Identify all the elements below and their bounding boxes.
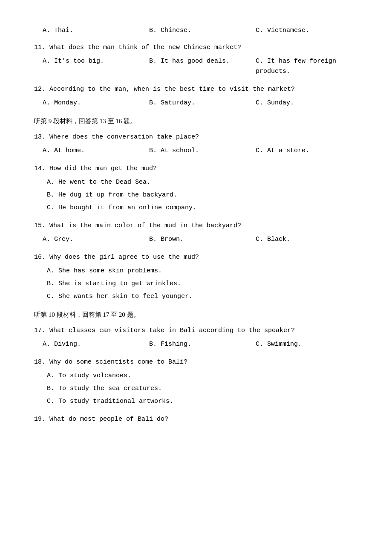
q17-option-c: C. Swimming. <box>256 339 362 350</box>
q17-option-a: A. Diving. <box>43 339 149 350</box>
q13-option-c: C. At a store. <box>256 146 362 156</box>
q17-option-b: B. Fishing. <box>149 339 256 350</box>
q16-option-a: A. She has some skin problems. <box>34 266 362 276</box>
top-option-b: B. Chinese. <box>149 26 256 36</box>
q12-options: A. Monday. B. Saturday. C. Sunday. <box>34 98 362 108</box>
q15-option-b: B. Brown. <box>149 234 256 245</box>
q17-options: A. Diving. B. Fishing. C. Swimming. <box>34 339 362 350</box>
q19-text: 19. What do most people of Bali do? <box>34 414 362 425</box>
q15-option-a: A. Grey. <box>43 234 149 245</box>
q12-option-b: B. Saturday. <box>149 98 256 108</box>
q18-option-a: A. To study volcanoes. <box>34 371 362 381</box>
q11-option-c: C. It has few foreign products. <box>256 56 362 77</box>
question-18: 18. Why do some scientists come to Bali?… <box>34 357 362 407</box>
q13-options: A. At home. B. At school. C. At a store. <box>34 146 362 156</box>
question-16: 16. Why does the girl agree to use the m… <box>34 252 362 302</box>
question-17: 17. What classes can visitors take in Ba… <box>34 326 362 350</box>
section-2-header: 听第 9 段材料，回答第 13 至 16 题。 <box>34 116 362 126</box>
top-option-c: C. Vietnamese. <box>256 26 362 36</box>
q14-option-b: B. He dug it up from the backyard. <box>34 190 362 200</box>
top-option-a: A. Thai. <box>43 26 149 36</box>
q15-options: A. Grey. B. Brown. C. Black. <box>34 234 362 245</box>
section-3-header: 听第 10 段材料，回答第 17 至 20 题。 <box>34 309 362 320</box>
top-options-row: A. Thai. B. Chinese. C. Vietnamese. <box>34 26 362 36</box>
q12-option-c: C. Sunday. <box>256 98 362 108</box>
question-13: 13. Where does the conversation take pla… <box>34 132 362 156</box>
q16-option-c: C. She wants her skin to feel younger. <box>34 292 362 302</box>
q15-option-c: C. Black. <box>256 234 362 245</box>
q12-text: 12. According to the man, when is the be… <box>34 84 362 95</box>
q17-text: 17. What classes can visitors take in Ba… <box>34 326 362 336</box>
q11-option-a: A. It's too big. <box>43 56 149 77</box>
q13-text: 13. Where does the conversation take pla… <box>34 132 362 142</box>
q11-text: 11. What does the man think of the new C… <box>34 43 362 53</box>
q18-option-b: B. To study the sea creatures. <box>34 384 362 394</box>
q11-options: A. It's too big. B. It has good deals. C… <box>34 56 362 77</box>
q14-text: 14. How did the man get the mud? <box>34 164 362 174</box>
q11-option-b: B. It has good deals. <box>149 56 256 77</box>
q14-option-a: A. He went to the Dead Sea. <box>34 177 362 188</box>
q18-text: 18. Why do some scientists come to Bali? <box>34 357 362 367</box>
q16-text: 16. Why does the girl agree to use the m… <box>34 252 362 263</box>
q15-text: 15. What is the main color of the mud in… <box>34 221 362 231</box>
q13-option-b: B. At school. <box>149 146 256 156</box>
question-19: 19. What do most people of Bali do? <box>34 414 362 425</box>
q18-option-c: C. To study traditional artworks. <box>34 396 362 407</box>
q16-option-b: B. She is starting to get wrinkles. <box>34 279 362 289</box>
question-12: 12. According to the man, when is the be… <box>34 84 362 108</box>
q13-option-a: A. At home. <box>43 146 149 156</box>
question-14: 14. How did the man get the mud? A. He w… <box>34 164 362 213</box>
question-11: 11. What does the man think of the new C… <box>34 43 362 77</box>
q14-option-c: C. He bought it from an online company. <box>34 203 362 213</box>
question-15: 15. What is the main color of the mud in… <box>34 221 362 245</box>
q12-option-a: A. Monday. <box>43 98 149 108</box>
